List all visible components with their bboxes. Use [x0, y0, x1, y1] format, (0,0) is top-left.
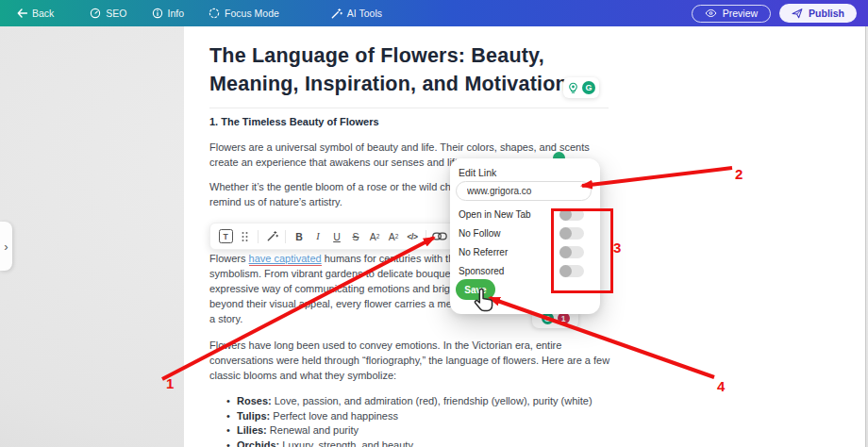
- info-label: Info: [168, 8, 185, 19]
- list-item-term: Tulips:: [237, 409, 270, 424]
- option-row: No Follow: [459, 227, 592, 240]
- bold-button[interactable]: B: [290, 224, 309, 249]
- paragraph-4-line1: Flowers have long been used to convey em…: [209, 338, 621, 353]
- option-label: Sponsored: [459, 266, 504, 276]
- paragraph-4-line2: conversations were held through “floriog…: [209, 353, 621, 368]
- edit-link-popup: Edit Link Open in New Tab No Follow No R…: [450, 158, 600, 314]
- italic-button[interactable]: I: [309, 224, 327, 249]
- toolbar-divider: [258, 230, 259, 243]
- toggle-knob: [559, 265, 572, 277]
- paragraph-4-line3: classic blooms and what they symbolize:: [209, 368, 621, 383]
- text-block-icon: T: [219, 229, 233, 243]
- editor-page: Back SEO Info Focus Mode AI Tools Previe…: [0, 0, 868, 447]
- block-type-button[interactable]: T: [216, 224, 235, 249]
- list-item-term: Orchids:: [237, 439, 279, 447]
- ai-tools-button[interactable]: AI Tools: [330, 8, 382, 20]
- eye-icon: [705, 8, 717, 18]
- link-url-input[interactable]: [456, 181, 592, 201]
- list-item-desc: Renewal and purity: [267, 423, 359, 439]
- ai-rewrite-button[interactable]: [262, 224, 281, 249]
- post-title-line2: Meaning, Inspiration, and Motivation: [209, 70, 625, 98]
- info-icon: [152, 8, 163, 19]
- toggle-knob: [559, 227, 572, 240]
- focus-mode-label: Focus Mode: [225, 8, 279, 19]
- info-button[interactable]: Info: [152, 8, 185, 19]
- focus-mode-icon: [209, 8, 220, 19]
- drag-handle[interactable]: [235, 224, 254, 249]
- ai-tools-label: AI Tools: [347, 8, 382, 19]
- list-item: •Orchids: Luxury, strength, and beauty: [226, 439, 623, 447]
- toolbar-divider: [426, 230, 426, 243]
- no-referrer-toggle[interactable]: [559, 246, 584, 258]
- drag-dots-icon: [241, 231, 249, 242]
- subscript-base: A: [389, 231, 395, 242]
- list-item: •Roses: Love, passion, and admiration (r…: [226, 394, 623, 409]
- grammarly-g-icon: G: [582, 81, 595, 94]
- list-item: •Tulips: Perfect love and happiness: [226, 409, 623, 424]
- paper-plane-icon: [792, 8, 803, 19]
- bullet-icon: •: [226, 439, 237, 447]
- inline-code-button[interactable]: </>: [403, 224, 422, 249]
- grammarly-widget[interactable]: G: [563, 77, 599, 98]
- underline-button[interactable]: U: [327, 224, 346, 249]
- open-in-new-tab-toggle[interactable]: [559, 208, 584, 221]
- list-item-desc: Luxury, strength, and beauty: [279, 439, 413, 447]
- seo-button[interactable]: SEO: [90, 8, 126, 19]
- option-label: Open in New Tab: [459, 209, 531, 220]
- section-heading: 1. The Timeless Beauty of Flowers: [209, 116, 379, 127]
- post-title-line1: The Language of Flowers: Beauty,: [209, 41, 625, 70]
- bullet-icon: •: [226, 409, 237, 424]
- link-options: Open in New Tab No Follow No Referrer Sp…: [459, 208, 592, 277]
- option-label: No Referrer: [459, 247, 508, 257]
- link-button[interactable]: [430, 224, 449, 249]
- seo-gauge-icon: [90, 8, 101, 19]
- superscript-button[interactable]: A2: [365, 224, 384, 249]
- back-button[interactable]: Back: [17, 8, 54, 19]
- post-title[interactable]: The Language of Flowers: Beauty, Meaning…: [209, 41, 625, 98]
- edit-link-title: Edit Link: [459, 167, 496, 178]
- list-item-term: Lilies:: [237, 423, 267, 439]
- no-follow-toggle[interactable]: [559, 227, 584, 240]
- navbar-actions: Preview Publish: [692, 4, 857, 23]
- bullet-icon: •: [226, 394, 237, 409]
- preview-label: Preview: [723, 8, 758, 19]
- publish-button[interactable]: Publish: [779, 4, 857, 23]
- sponsored-toggle[interactable]: [559, 265, 584, 277]
- link-chain-icon: [432, 231, 447, 241]
- paragraph-4: Flowers have long been used to convey em…: [209, 338, 621, 383]
- strikethrough-button[interactable]: S: [346, 224, 365, 249]
- magic-wand-icon: [330, 8, 342, 20]
- list-item-desc: Perfect love and happiness: [270, 409, 398, 424]
- option-row: Sponsored: [459, 265, 592, 277]
- chevron-right-icon: ›: [4, 240, 8, 254]
- lightbulb-icon: [567, 82, 579, 94]
- top-navbar: Back SEO Info Focus Mode AI Tools Previe…: [0, 0, 868, 26]
- option-label: No Follow: [459, 228, 500, 239]
- magic-wand-icon: [266, 230, 278, 242]
- title-divider: [209, 108, 609, 108]
- symbolism-list: •Roses: Love, passion, and admiration (r…: [226, 394, 623, 447]
- sidebar-expand-handle[interactable]: ›: [0, 222, 12, 271]
- superscript-base: A: [370, 231, 376, 242]
- publish-label: Publish: [809, 8, 844, 19]
- back-label: Back: [32, 8, 54, 19]
- toggle-knob: [559, 246, 572, 258]
- edited-hyperlink[interactable]: have captivated: [249, 253, 322, 264]
- preview-button[interactable]: Preview: [692, 5, 771, 23]
- option-row: Open in New Tab: [459, 208, 592, 221]
- seo-label: SEO: [106, 8, 126, 19]
- save-button[interactable]: Save: [456, 279, 495, 300]
- paragraph-3-pre: Flowers: [209, 253, 249, 264]
- list-item-desc: Love, passion, and admiration (red), fri…: [272, 394, 593, 409]
- toolbar-divider: [285, 230, 286, 243]
- back-arrow-icon: [17, 8, 27, 18]
- focus-mode-button[interactable]: Focus Mode: [209, 8, 279, 19]
- annotation-number-1: 1: [166, 375, 174, 391]
- toggle-knob: [559, 208, 572, 221]
- bullet-icon: •: [226, 423, 237, 439]
- list-item: •Lilies: Renewal and purity: [226, 423, 623, 439]
- option-row: No Referrer: [459, 246, 592, 258]
- subscript-button[interactable]: A2: [384, 224, 403, 249]
- list-item-term: Roses:: [237, 394, 272, 409]
- subscript-mark: 2: [395, 233, 399, 240]
